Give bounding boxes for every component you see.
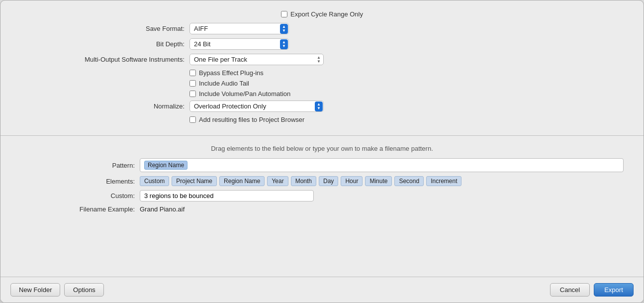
include-volume-checkbox[interactable] (189, 91, 196, 97)
pattern-row: Pattern: Region Name (0, 158, 644, 172)
multi-output-select[interactable]: One File per Track (189, 54, 324, 65)
elements-label: Elements: (20, 176, 140, 185)
custom-input[interactable] (140, 190, 314, 202)
add-to-browser-label: Add resulting files to Project Browser (199, 116, 304, 123)
include-audio-tail-row: Include Audio Tail (0, 80, 644, 87)
element-tag-month[interactable]: Month (291, 176, 316, 186)
dialog: Export Cycle Range Only Save Format: AIF… (0, 0, 644, 303)
bit-depth-select[interactable]: 24 Bit (189, 38, 289, 50)
element-tag-minute[interactable]: Minute (365, 176, 392, 186)
cancel-button[interactable]: Cancel (550, 283, 590, 297)
export-cycle-label: Export Cycle Range Only (290, 10, 363, 18)
element-tag-project-name[interactable]: Project Name (172, 176, 217, 186)
normalize-select[interactable]: Overload Protection Only (189, 101, 324, 112)
elements-row: Elements: Custom Project Name Region Nam… (0, 176, 644, 186)
filename-example-label: Filename Example: (20, 205, 140, 213)
element-tag-hour[interactable]: Hour (341, 176, 363, 186)
new-folder-button[interactable]: New Folder (10, 283, 60, 297)
element-tag-day[interactable]: Day (319, 176, 338, 186)
element-tag-region-name[interactable]: Region Name (219, 176, 265, 186)
bottom-section: Drag elements to the field below or type… (0, 140, 644, 303)
multi-output-label: Multi-Output Software Instruments: (20, 56, 189, 63)
save-format-wrapper: AIFF ▲ ▼ (189, 23, 289, 34)
filename-row: Filename Example: Grand Piano.aif (0, 205, 644, 213)
bit-depth-control: 24 Bit ▲ ▼ (189, 38, 624, 50)
multi-output-wrapper: One File per Track ▲ ▼ (189, 54, 324, 65)
section-divider (0, 135, 644, 136)
multi-output-row: Multi-Output Software Instruments: One F… (0, 54, 644, 65)
save-format-label: Save Format: (20, 25, 189, 32)
options-button[interactable]: Options (64, 283, 104, 297)
bit-depth-label: Bit Depth: (20, 40, 189, 48)
custom-label: Custom: (20, 192, 140, 200)
bit-depth-wrapper: 24 Bit ▲ ▼ (189, 38, 289, 50)
bypass-effects-checkbox[interactable] (189, 70, 196, 76)
normalize-row: Normalize: Overload Protection Only ▲ ▼ (0, 101, 644, 112)
normalize-label: Normalize: (20, 102, 189, 110)
export-cycle-row: Export Cycle Range Only (0, 10, 644, 18)
add-to-browser-checkbox[interactable] (189, 116, 196, 123)
elements-tags: Custom Project Name Region Name Year Mon… (140, 176, 624, 186)
save-format-row: Save Format: AIFF ▲ ▼ (0, 23, 644, 34)
include-audio-tail-checkbox[interactable] (189, 80, 196, 87)
drag-hint: Drag elements to the field below or type… (0, 145, 644, 152)
top-section: Export Cycle Range Only Save Format: AIF… (0, 0, 644, 131)
export-cycle-checkbox[interactable] (281, 11, 287, 17)
pattern-tag: Region Name (144, 161, 187, 170)
bypass-effects-label: Bypass Effect Plug-ins (199, 69, 264, 77)
bit-depth-row: Bit Depth: 24 Bit ▲ ▼ (0, 38, 644, 50)
normalize-wrapper: Overload Protection Only ▲ ▼ (189, 101, 324, 112)
element-tag-custom[interactable]: Custom (140, 176, 169, 186)
element-tag-increment[interactable]: Increment (426, 176, 461, 186)
include-audio-tail-label: Include Audio Tail (199, 80, 249, 87)
include-volume-label: Include Volume/Pan Automation (199, 90, 290, 98)
add-to-browser-row: Add resulting files to Project Browser (0, 116, 644, 123)
button-left-group: New Folder Options (10, 283, 104, 297)
pattern-label: Pattern: (20, 162, 140, 169)
pattern-field[interactable]: Region Name (140, 158, 624, 172)
button-bar: New Folder Options Cancel Export (0, 277, 644, 303)
multi-output-control: One File per Track ▲ ▼ (189, 54, 624, 65)
element-tag-year[interactable]: Year (267, 176, 288, 186)
save-format-control: AIFF ▲ ▼ (189, 23, 624, 34)
export-button[interactable]: Export (594, 283, 634, 297)
bypass-effects-row: Bypass Effect Plug-ins (0, 69, 644, 77)
include-volume-row: Include Volume/Pan Automation (0, 90, 644, 98)
button-right-group: Cancel Export (550, 283, 634, 297)
save-format-select[interactable]: AIFF (189, 23, 289, 34)
element-tag-second[interactable]: Second (394, 176, 424, 186)
filename-value: Grand Piano.aif (140, 205, 184, 213)
custom-row: Custom: (0, 190, 644, 202)
normalize-control: Overload Protection Only ▲ ▼ (189, 101, 624, 112)
